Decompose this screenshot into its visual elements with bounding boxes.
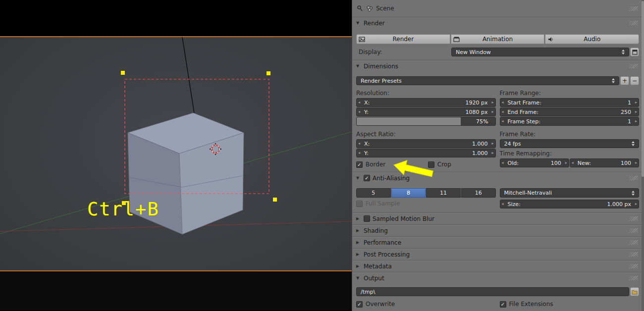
decrement-arrow-icon[interactable]: ◂	[358, 100, 360, 104]
animation-button[interactable]: Animation	[451, 34, 545, 44]
samples-16-button[interactable]: 16	[461, 188, 496, 198]
section-header-metadata[interactable]: ▶ Metadata	[352, 260, 644, 272]
panel-grip[interactable]	[629, 228, 638, 233]
render-border-handle-tr[interactable]	[267, 71, 270, 75]
anti-aliasing-checkbox[interactable]	[364, 175, 370, 181]
samples-11-button[interactable]: 11	[426, 188, 461, 198]
increment-arrow-icon[interactable]: ▸	[491, 100, 493, 104]
full-sample-row[interactable]: Full Sample	[356, 200, 496, 207]
new-window-icon-button[interactable]	[630, 48, 639, 56]
section-header-performance[interactable]: ▶ Performance	[352, 237, 644, 248]
aa-size-field[interactable]: ◂ Size: 1.000 px ▸	[500, 200, 640, 208]
full-sample-checkbox[interactable]	[356, 201, 363, 207]
increment-arrow-icon[interactable]: ▸	[491, 151, 493, 155]
viewport-canvas[interactable]: Ctrl+B	[0, 36, 352, 271]
audio-button[interactable]: Audio	[545, 34, 639, 44]
increment-arrow-icon[interactable]: ▸	[565, 160, 567, 165]
scene-icon[interactable]	[366, 5, 373, 12]
browse-folder-button[interactable]	[630, 287, 639, 296]
new-field[interactable]: ◂ New: 100 ▸	[570, 158, 639, 167]
section-title: Post Processing	[364, 251, 410, 258]
border-checkbox[interactable]	[356, 161, 363, 168]
motion-blur-checkbox[interactable]	[364, 215, 370, 222]
window-icon	[632, 50, 638, 55]
pin-icon[interactable]	[356, 5, 363, 12]
collapse-arrow-icon[interactable]: ▶	[356, 216, 361, 221]
render-presets-dropdown[interactable]: Render Presets	[356, 76, 619, 85]
panel-grip[interactable]	[629, 6, 638, 11]
panel-grip[interactable]	[629, 276, 638, 280]
samples-8-button[interactable]: 8	[391, 188, 426, 198]
collapse-arrow-icon[interactable]: ▼	[356, 21, 361, 25]
end-frame-field[interactable]: ◂ End Frame: 250 ▸	[500, 107, 640, 116]
decrement-arrow-icon[interactable]: ◂	[502, 202, 504, 206]
section-header-shading[interactable]: ▶ Shading	[352, 225, 644, 236]
aspect-y-label: Y:	[364, 150, 369, 156]
aspect-x-value: 1.000	[472, 141, 488, 147]
section-header-motion-blur[interactable]: ▶ Sampled Motion Blur	[352, 213, 644, 224]
collapse-arrow-icon[interactable]: ▼	[356, 276, 361, 280]
overwrite-checkbox[interactable]	[356, 301, 363, 308]
decrement-arrow-icon[interactable]: ◂	[502, 100, 504, 104]
panel-grip[interactable]	[629, 216, 638, 221]
remove-preset-button[interactable]: −	[630, 76, 639, 85]
start-frame-field[interactable]: ◂ Start Frame: 1 ▸	[500, 98, 640, 107]
render-button[interactable]: Render	[356, 34, 450, 44]
resolution-scale-slider[interactable]: 75%	[356, 117, 496, 126]
decrement-arrow-icon[interactable]: ◂	[572, 160, 574, 165]
panel-scrollbar[interactable]	[642, 0, 644, 311]
collapse-arrow-icon[interactable]: ▶	[356, 264, 361, 268]
section-header-dimensions[interactable]: ▼ Dimensions	[352, 60, 644, 72]
panel-grip[interactable]	[629, 240, 638, 245]
output-path-field[interactable]: /tmp\	[356, 287, 629, 296]
decrement-arrow-icon[interactable]: ◂	[502, 160, 504, 165]
increment-arrow-icon[interactable]: ▸	[635, 100, 637, 104]
panel-grip[interactable]	[629, 21, 638, 25]
aa-size-value: 1.000 px	[607, 201, 631, 207]
scrollbar-thumb[interactable]	[642, 1, 644, 177]
section-header-output[interactable]: ▼ Output	[352, 272, 644, 284]
decrement-arrow-icon[interactable]: ◂	[502, 119, 504, 123]
3d-viewport[interactable]: Ctrl+B	[0, 0, 352, 311]
decrement-arrow-icon[interactable]: ◂	[358, 151, 360, 155]
increment-arrow-icon[interactable]: ▸	[635, 119, 637, 123]
decrement-arrow-icon[interactable]: ◂	[502, 109, 504, 114]
decrement-arrow-icon[interactable]: ◂	[358, 141, 360, 146]
panel-grip[interactable]	[629, 252, 638, 257]
samples-5-button[interactable]: 5	[356, 188, 391, 198]
panel-grip[interactable]	[629, 264, 638, 268]
resolution-x-field[interactable]: ◂ X: 1920 px ▸	[356, 98, 496, 107]
aspect-x-field[interactable]: ◂ X: 1.000 ▸	[356, 139, 496, 148]
section-header-render[interactable]: ▼ Render	[352, 17, 644, 29]
collapse-arrow-icon[interactable]: ▼	[356, 176, 361, 180]
old-field[interactable]: ◂ Old: 100 ▸	[500, 158, 569, 167]
overwrite-row[interactable]: Overwrite	[356, 300, 496, 308]
render-border-handle-tl[interactable]	[121, 71, 125, 75]
render-border-handle-br[interactable]	[273, 198, 277, 202]
resolution-y-field[interactable]: ◂ Y: 1080 px ▸	[356, 107, 496, 116]
file-extensions-checkbox[interactable]	[500, 301, 506, 308]
collapse-arrow-icon[interactable]: ▼	[356, 64, 361, 68]
frame-step-field[interactable]: ◂ Frame Step: 1 ▸	[500, 117, 640, 126]
decrement-arrow-icon[interactable]: ◂	[358, 109, 360, 114]
increment-arrow-icon[interactable]: ▸	[635, 160, 637, 165]
panel-grip[interactable]	[629, 64, 638, 68]
increment-arrow-icon[interactable]: ▸	[635, 202, 637, 206]
aa-filter-dropdown[interactable]: Mitchell-Netravali	[500, 188, 640, 198]
speaker-icon	[547, 36, 554, 43]
frame-rate-dropdown[interactable]: 24 fps	[500, 139, 640, 148]
increment-arrow-icon[interactable]: ▸	[491, 141, 493, 146]
increment-arrow-icon[interactable]: ▸	[635, 109, 637, 114]
collapse-arrow-icon[interactable]: ▶	[356, 228, 361, 233]
panel-grip[interactable]	[629, 176, 638, 180]
increment-arrow-icon[interactable]: ▸	[491, 109, 493, 114]
file-extensions-row[interactable]: File Extensions	[500, 300, 640, 308]
display-dropdown[interactable]: New Window	[451, 48, 629, 56]
add-preset-button[interactable]: +	[620, 76, 629, 85]
section-header-post-processing[interactable]: ▶ Post Processing	[352, 249, 644, 260]
collapse-arrow-icon[interactable]: ▶	[356, 252, 361, 257]
section-title: Output	[364, 275, 384, 282]
collapse-arrow-icon[interactable]: ▶	[356, 240, 361, 245]
file-extensions-label: File Extensions	[509, 301, 553, 308]
samples-segmented-control: 5 8 11 16	[356, 188, 496, 198]
